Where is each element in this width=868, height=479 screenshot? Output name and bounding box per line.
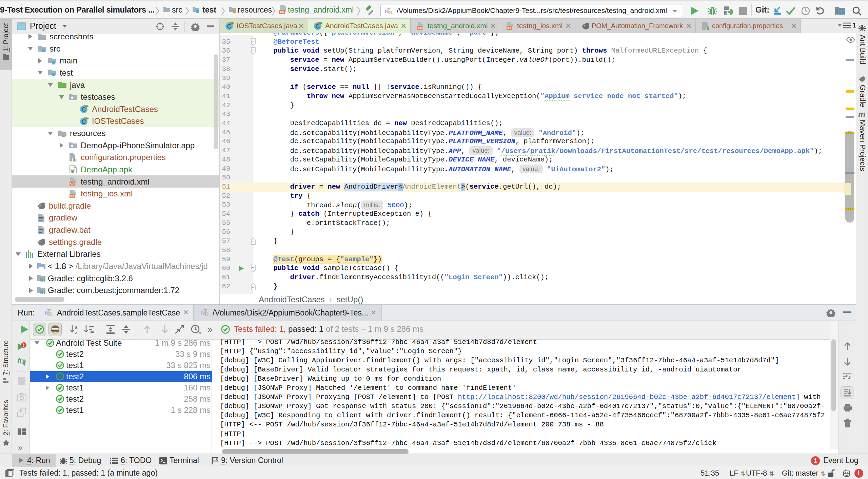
svg-text:z: z (75, 330, 77, 335)
svg-text:<>: <> (70, 182, 75, 186)
svg-text:<>: <> (280, 10, 284, 14)
svg-text:<>: <> (417, 26, 422, 30)
svg-text:<>: <> (507, 26, 512, 30)
svg-text:a: a (75, 325, 78, 330)
svg-text:<>: <> (70, 194, 75, 198)
